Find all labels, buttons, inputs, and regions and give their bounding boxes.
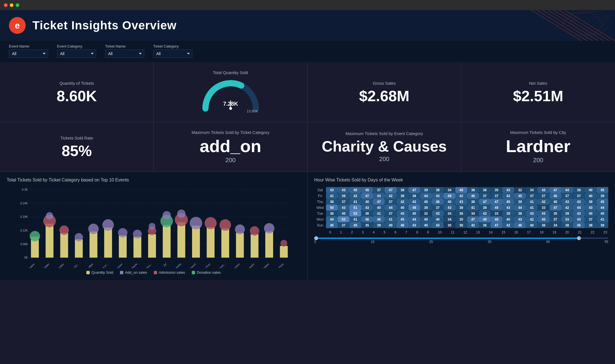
slider-thumb-right[interactable]	[577, 236, 581, 240]
filter-event-name-select[interactable]: All	[9, 49, 48, 58]
bar-chart-svg: 0.3K 0.24K 0.18K 0.12K 0.06K 0K	[7, 187, 301, 268]
svg-line-0	[531, 10, 581, 41]
svg-line-1	[537, 10, 587, 41]
svg-text:0K: 0K	[24, 256, 28, 259]
slider-labels: 51525354555	[314, 240, 608, 244]
svg-point-56	[219, 219, 231, 231]
filter-ticket-category: Ticket Category: All	[153, 44, 192, 58]
heatmap-cell: 43	[561, 199, 573, 205]
heatmap-cell: 38	[326, 199, 338, 205]
heatmap-cell: 38	[397, 193, 408, 199]
bar-chart-legend: Quantity Sold Add_on sales Admission sal…	[7, 270, 301, 275]
kpi-max-ticket-category-value: add_on	[200, 138, 261, 155]
legend-admission: Admission sales	[154, 270, 185, 275]
heatmap-cell: 49	[444, 193, 455, 199]
filter-event-name-label: Event Name:	[9, 44, 48, 48]
filter-ticket-name-label: Ticket Name:	[105, 44, 144, 48]
heatmap-cell: 41	[526, 205, 538, 211]
svg-text:Zylker Bowl-A-Thon: Zylker Bowl-A-Thon	[194, 263, 211, 268]
heatmap-cell: 36	[479, 222, 491, 228]
svg-text:0.12K: 0.12K	[20, 229, 28, 232]
heatmap-cell: 35	[455, 216, 467, 222]
minimize-button[interactable]	[10, 3, 13, 7]
heatmap-cell: 40	[420, 199, 432, 205]
heatmap-cell: 37	[385, 211, 396, 216]
filter-event-category: Event Category: All	[57, 44, 96, 58]
heatmap-cell: 44	[420, 193, 432, 199]
heatmap-cell: 46	[514, 222, 526, 228]
heatmap-cell: 43	[585, 205, 597, 211]
svg-point-35	[88, 224, 99, 234]
heatmap-cell: 43	[326, 187, 338, 193]
heatmap-title: Hour Wise Tickets Sold by Days of the We…	[314, 178, 608, 183]
heatmap-cell: 41	[467, 205, 479, 211]
kpi-max-ticket-category-sub: 200	[225, 157, 236, 164]
heatmap-cell: 39	[373, 222, 385, 228]
svg-rect-63	[280, 246, 288, 257]
heatmap-cell: 35	[361, 222, 373, 228]
heatmap-cell: 38	[467, 187, 479, 193]
window-chrome	[0, 0, 615, 10]
maximize-button[interactable]	[16, 3, 19, 7]
heatmap-cell: 43	[361, 205, 373, 211]
legend-admission-dot	[154, 271, 157, 274]
heatmap-cell: 46	[432, 199, 444, 205]
heatmap-cell: 37	[385, 199, 396, 205]
heatmap-cell: 41	[326, 193, 338, 199]
heatmap-cell: 38	[467, 199, 479, 205]
heatmap-cell: 43	[444, 205, 455, 211]
kpi-max-event-category-sub: 200	[379, 155, 389, 163]
heatmap-day-label: Tue	[314, 211, 326, 216]
heatmap-day-label: Sun	[314, 222, 326, 228]
heatmap-cell: 43	[373, 193, 385, 199]
filter-event-category-select[interactable]: All	[57, 49, 96, 58]
bar-chart-title: Total Tickets Sold by Ticket Category ba…	[7, 178, 301, 183]
header-decoration	[475, 10, 615, 41]
heatmap-cell: 47	[373, 199, 385, 205]
heatmap-cell: 38	[432, 187, 444, 193]
heatmap-cell: 43	[573, 216, 585, 222]
filter-ticket-name-select[interactable]: All	[105, 49, 144, 58]
heatmap-panel: Hour Wise Tickets Sold by Days of the We…	[308, 172, 615, 280]
filter-ticket-category-label: Ticket Category:	[153, 44, 192, 48]
svg-point-29	[46, 212, 53, 219]
heatmap-cell: 42	[479, 211, 491, 216]
filter-ticket-category-select[interactable]: All	[153, 49, 192, 58]
heatmap-cell: 37	[338, 199, 349, 205]
heatmap-cell: 39	[420, 187, 432, 193]
logo: e	[9, 17, 26, 34]
heatmap-cell: 38	[408, 193, 420, 199]
heatmap-cell: 46	[361, 216, 373, 222]
heatmap-day-label: Fri	[314, 193, 326, 199]
heatmap-cell: 44	[408, 216, 420, 222]
svg-rect-55	[221, 228, 229, 258]
heatmap-cell: 34	[526, 187, 538, 193]
slider-thumb-left[interactable]	[314, 236, 318, 240]
svg-text:Zylker Jubilee: Zylker Jubilee	[257, 263, 270, 268]
close-button[interactable]	[4, 3, 8, 7]
heatmap-cell: 43	[455, 199, 467, 205]
heatmap-cell: 47	[408, 187, 420, 193]
slider-container	[314, 234, 608, 239]
heatmap-cell: 40	[526, 222, 538, 228]
svg-rect-30	[60, 233, 68, 258]
heatmap-cell: 37	[538, 193, 549, 199]
kpi-total-qty-sold: Total Quantity Sold 7.28K 13.80K	[154, 62, 308, 122]
kpi-net-sales-value: $2.51M	[513, 88, 563, 103]
svg-text:0.18K: 0.18K	[20, 215, 28, 218]
heatmap-cell: 39	[514, 199, 526, 205]
heatmap-cell: 40	[585, 211, 597, 216]
kpi-gross-sales-value: $2.68M	[359, 88, 409, 103]
heatmap-cell: 47	[467, 216, 479, 222]
heatmap-cell: 37	[526, 193, 538, 199]
legend-admission-label: Admission sales	[159, 270, 185, 275]
heatmap-cell: 44	[385, 205, 396, 211]
heatmap-cell: 43	[432, 193, 444, 199]
svg-text:13.80K: 13.80K	[247, 109, 258, 113]
svg-rect-27	[46, 224, 53, 258]
heatmap-cell: 42	[385, 193, 396, 199]
heatmap-cell: 45	[502, 199, 514, 205]
heatmap-cell: 41	[526, 199, 538, 205]
kpi-max-event-category-label: Maximum Tickets Sold by Event Category	[346, 131, 423, 136]
heatmap-cell: 40	[373, 205, 385, 211]
